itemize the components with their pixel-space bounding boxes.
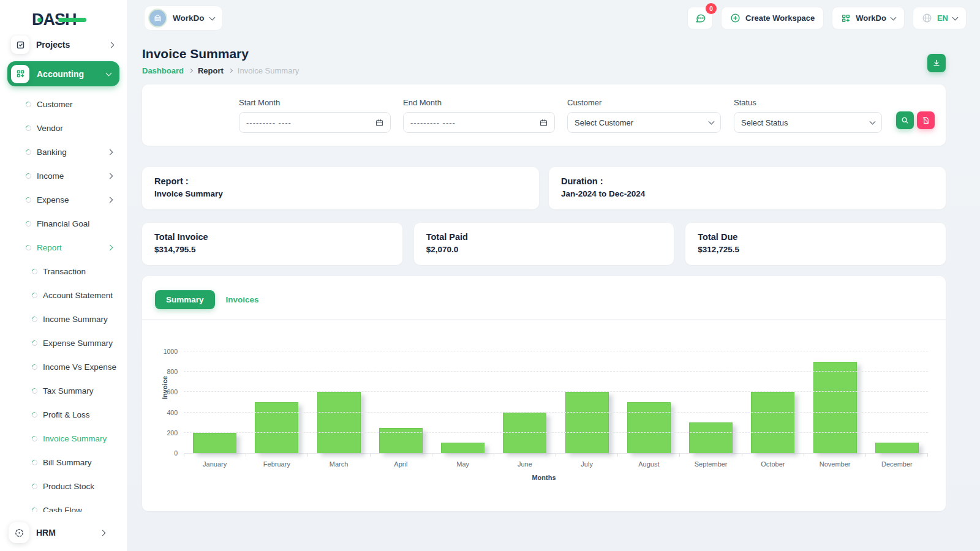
report-value: Invoice Summary — [154, 189, 527, 198]
reset-filter-button[interactable] — [917, 111, 935, 129]
x-tick — [617, 454, 679, 457]
sidebar-item-report[interactable]: Report — [0, 236, 127, 260]
messages-button[interactable]: 0 — [687, 7, 713, 29]
report-card: Report : Invoice Summary — [142, 167, 539, 209]
x-tick — [307, 454, 369, 457]
start-month-input[interactable]: --------- ---- — [239, 112, 391, 133]
breadcrumb-separator-icon — [228, 69, 233, 73]
chevron-down-icon — [709, 119, 715, 125]
calendar-icon — [375, 119, 383, 127]
sidebar-item-vendor[interactable]: Vendor — [0, 116, 127, 140]
create-workspace-button[interactable]: Create Workspace — [721, 7, 824, 29]
bar-slot — [370, 340, 432, 453]
totals-row: Total Invoice $314,795.5 Total Paid $2,0… — [142, 223, 946, 265]
total-due-card: Total Due $312,725.5 — [685, 223, 946, 265]
messages-badge: 0 — [706, 3, 717, 14]
app-logo[interactable]: DASH — [32, 9, 77, 31]
circle-bullet-icon — [24, 124, 32, 132]
clear-filter-icon — [922, 116, 930, 124]
hrm-icon — [9, 522, 29, 543]
sidebar-item-projects[interactable]: Projects — [7, 34, 119, 55]
apply-filter-button[interactable] — [896, 111, 914, 129]
chart-tabs: Summary Invoices — [142, 276, 946, 309]
sidebar-item-accounting[interactable]: Accounting — [7, 61, 119, 86]
download-report-button[interactable] — [927, 54, 946, 72]
sidebar-item-bill-summary[interactable]: Bill Summary — [0, 451, 127, 474]
sidebar-item-label: Bill Summary — [43, 458, 92, 467]
gridline — [184, 371, 928, 372]
x-tick-label: January — [184, 460, 246, 468]
breadcrumb-report[interactable]: Report — [198, 66, 224, 75]
page-header: Invoice Summary Dashboard Report Invoice… — [142, 47, 946, 75]
sidebar-item-customer[interactable]: Customer — [0, 92, 127, 116]
sidebar-item-expense-summary[interactable]: Expense Summary — [0, 331, 127, 355]
sidebar-item-label: Accounting — [37, 69, 99, 79]
sidebar-item-product-stock[interactable]: Product Stock — [0, 474, 127, 498]
sidebar-item-transaction[interactable]: Transaction — [0, 260, 127, 283]
sidebar-item-hrm[interactable]: HRM — [7, 520, 119, 545]
workspace-menu-button[interactable]: WorkDo — [832, 7, 905, 29]
page-title: Invoice Summary — [142, 47, 299, 61]
gridline — [184, 432, 928, 433]
sidebar-item-label: Income Summary — [43, 315, 108, 324]
sidebar-item-account-statement[interactable]: Account Statement — [0, 283, 127, 307]
x-tick-label: May — [432, 460, 494, 468]
x-tick — [556, 454, 617, 457]
language-label: EN — [937, 13, 948, 23]
total-paid-value: $2,070.0 — [426, 245, 662, 254]
customer-select[interactable]: Select Customer — [567, 112, 721, 133]
accounting-submenu: Customer Vendor Banking Income Expense — [0, 89, 127, 512]
x-tick-label: September — [680, 460, 742, 468]
sidebar-item-cash-flow[interactable]: Cash Flow — [0, 498, 127, 512]
x-tick — [184, 454, 246, 457]
end-month-input[interactable]: --------- ---- — [403, 112, 555, 133]
sidebar-item-invoice-summary[interactable]: Invoice Summary — [0, 427, 127, 451]
sidebar-item-expense[interactable]: Expense — [0, 188, 127, 212]
sidebar-menu: Projects Accounting Customer Vendor Bank… — [0, 34, 127, 512]
breadcrumb-current: Invoice Summary — [238, 66, 299, 75]
bar-slot — [804, 340, 866, 453]
workspace-switcher[interactable]: WorkDo — [144, 6, 223, 31]
x-tick-label: March — [308, 460, 370, 468]
breadcrumb-dashboard[interactable]: Dashboard — [142, 66, 184, 75]
start-month-placeholder: --------- ---- — [246, 118, 375, 127]
x-tick-label: November — [804, 460, 866, 468]
bar-slot — [556, 340, 618, 453]
create-workspace-label: Create Workspace — [745, 13, 815, 23]
grid-plus-icon — [841, 13, 851, 23]
total-paid-label: Total Paid — [426, 232, 662, 242]
sidebar-item-label: Banking — [37, 148, 67, 157]
sidebar-item-tax-summary[interactable]: Tax Summary — [0, 379, 127, 403]
sidebar-item-label: Income — [37, 171, 64, 181]
chevron-down-icon — [890, 14, 896, 20]
sidebar-item-income-vs-expense[interactable]: Income Vs Expense — [0, 355, 127, 379]
bar-slot — [866, 340, 928, 453]
chevron-right-icon — [100, 530, 106, 536]
status-select[interactable]: Select Status — [734, 112, 882, 133]
sidebar-item-label: Tax Summary — [43, 386, 94, 395]
tab-summary[interactable]: Summary — [155, 290, 215, 309]
circle-bullet-icon — [31, 435, 39, 443]
sidebar-item-banking[interactable]: Banking — [0, 140, 127, 164]
language-selector[interactable]: EN — [913, 7, 967, 29]
bar-january — [193, 433, 236, 453]
sidebar-item-income-summary[interactable]: Income Summary — [0, 307, 127, 331]
gridline — [184, 412, 928, 413]
bar-july — [565, 392, 609, 453]
report-label: Report : — [154, 176, 527, 186]
bar-september — [689, 422, 733, 453]
sidebar-item-financial-goal[interactable]: Financial Goal — [0, 212, 127, 236]
duration-label: Duration : — [561, 176, 933, 186]
end-month-label: End Month — [403, 98, 442, 107]
sidebar-item-profit-loss[interactable]: Profit & Loss — [0, 403, 127, 427]
projects-checkbox-icon — [11, 36, 29, 54]
sidebar-item-income[interactable]: Income — [0, 164, 127, 188]
chevron-right-icon — [107, 245, 113, 251]
chevron-down-icon — [870, 119, 876, 125]
gridline — [184, 391, 928, 392]
x-tick — [494, 454, 556, 457]
circle-bullet-icon — [24, 172, 32, 180]
tab-invoices[interactable]: Invoices — [222, 290, 263, 309]
x-tick — [679, 454, 741, 457]
sidebar-item-label: Expense — [37, 195, 69, 204]
